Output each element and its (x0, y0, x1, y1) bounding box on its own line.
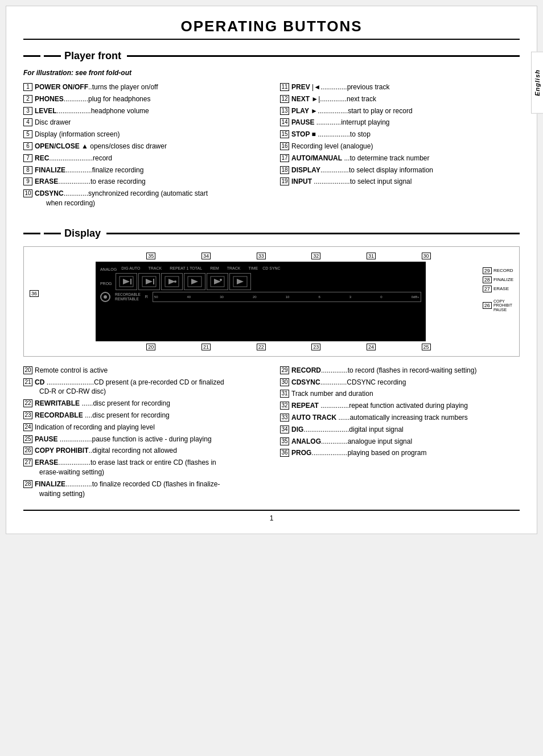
disc-circle (100, 292, 110, 302)
disp-icon-4 (184, 273, 205, 290)
list-item: 30 CDSYNC..............CDSYNC recording (280, 378, 520, 387)
item-number: 4 (23, 118, 32, 126)
item-number: 18 (280, 166, 289, 174)
right-labels: 29 RECORD 28 FINALIZE 27 ERASE 26 COPYPR… (483, 267, 513, 312)
item-text: ERASE.................to erase last trac… (35, 458, 263, 477)
item-number: 8 (23, 166, 32, 174)
list-item: 35 ANALOG..............analogue input si… (280, 437, 520, 447)
label-24: 24 (367, 344, 376, 350)
level-bar: 50 40 30 20 10 6 3 0 0dB+ (153, 292, 421, 302)
item-text: POWER ON/OFF..turns the player on/off (35, 82, 263, 92)
tick-20: 20 (253, 295, 257, 299)
track-label: TRACK (148, 266, 162, 270)
list-item: 23 RECORDABLE ....disc present for recor… (23, 411, 263, 420)
top-labels: 35 34 33 32 31 30 (124, 253, 454, 259)
list-item: 26 COPY PROHIBIT..digital recording not … (23, 446, 263, 456)
label-30: 30 (422, 253, 431, 259)
item-number: 13 (280, 107, 289, 115)
list-item: 3 LEVEL..................headphone volum… (23, 106, 263, 116)
illustration-note: For illustration: see front fold-out (23, 69, 520, 77)
list-item: 24 Indication of recording and playing l… (23, 423, 263, 432)
display-items-columns: 20 Remote control is active 21 CD ......… (23, 366, 520, 501)
item-text: FINALIZE..............finalize recording (35, 166, 263, 175)
tick-0: 0 (380, 295, 382, 299)
right-label-27: 27 ERASE (483, 286, 513, 292)
list-item: 13 PLAY ►................start to play o… (280, 106, 520, 116)
list-item: 27 ERASE.................to erase last t… (23, 458, 263, 477)
label-29: 29 (483, 267, 492, 274)
player-front-right-col: 11 PREV |◄..............previous track 1… (280, 82, 520, 210)
analog-label: ANALOG (100, 267, 117, 271)
item-text: DIG........................digital input… (291, 425, 520, 435)
item-number: 30 (280, 378, 289, 386)
item-text: REC.......................record (35, 154, 263, 163)
label-20: 20 (146, 344, 155, 350)
item-number: 3 (23, 107, 32, 115)
item-text: PREV |◄..............previous track (291, 82, 520, 92)
item-text: Indication of recording and playing leve… (35, 423, 263, 432)
top-labels-row: 35 34 33 32 31 30 (30, 253, 513, 259)
list-item: 28 FINALIZE..............to finalize rec… (23, 480, 263, 499)
list-item: 10 CDSYNC.............synchronized recor… (23, 189, 263, 208)
item-number: 11 (280, 83, 289, 91)
bottom-labels-row: 20 21 22 23 24 25 (30, 344, 513, 350)
item-number: 5 (23, 130, 32, 138)
page-title: OPERATING BUTTONS (23, 18, 520, 40)
item-number: 21 (23, 378, 32, 386)
finalize-screen-label: FINALIZE (493, 278, 513, 282)
recordable-label: RECORDABLE (115, 292, 141, 296)
disp-icon-1 (116, 273, 137, 290)
dig-label: DIG AUTO (121, 266, 140, 270)
list-item: 36 PROG...................playing based … (280, 448, 520, 458)
list-item: 17 AUTO/MANUAL ...to determine track num… (280, 154, 520, 163)
display-items-left: 20 Remote control is active 21 CD ......… (23, 366, 263, 501)
item-number: 12 (280, 95, 289, 103)
english-tab: English (531, 52, 543, 114)
item-number: 25 (23, 435, 32, 443)
item-number: 20 (23, 366, 32, 374)
list-item: 25 PAUSE .................pause function… (23, 435, 263, 444)
list-item: 1 POWER ON/OFF..turns the player on/off (23, 82, 263, 92)
item-text: PLAY ►................start to play or r… (291, 106, 520, 116)
record-screen-label: RECORD (493, 268, 513, 273)
item-number: 27 (23, 458, 32, 466)
tick-0db: 0dB+ (412, 295, 419, 299)
display-header: Display (23, 228, 520, 239)
page: OPERATING BUTTONS English Player front F… (6, 6, 537, 534)
item-number: 17 (280, 154, 289, 162)
label-33: 33 (257, 253, 266, 259)
rec-type-labels: RECORDABLE REWRITABLE (115, 292, 141, 301)
item-number: 6 (23, 142, 32, 150)
screen-bottom-row: RECORDABLE REWRITABLE R 50 40 30 20 10 (100, 292, 421, 302)
label-35: 35 (146, 253, 155, 259)
item-text: INPUT ...................to select input… (291, 177, 520, 187)
label-36: 36 (30, 290, 39, 297)
time-label: TIME (248, 266, 258, 270)
item-text: REPEAT ...............repeat function ac… (291, 401, 520, 411)
list-item: 18 DISPLAY...............to select displ… (280, 166, 520, 175)
list-item: 20 Remote control is active (23, 366, 263, 375)
item-text: AUTO/MANUAL ...to determine track number (291, 154, 520, 163)
item-number: 16 (280, 142, 289, 150)
item-text: Track number and duration (291, 389, 520, 399)
item-number: 2 (23, 95, 32, 103)
prog-label: PROG (100, 282, 112, 286)
item-text: COPY PROHIBIT..digital recording not all… (35, 446, 263, 456)
tick-30: 30 (220, 295, 224, 299)
item-number: 34 (280, 425, 289, 433)
item-number: 33 (280, 414, 289, 422)
rewritable-label: REWRITABLE (115, 297, 141, 301)
right-label-26: 26 COPYPROHIBITPAUSE (483, 299, 513, 312)
display-items-right: 29 RECORD..............to record (flashe… (280, 366, 520, 501)
item-number: 10 (23, 189, 32, 197)
label-34: 34 (201, 253, 211, 259)
disc-outer (100, 292, 110, 302)
item-text: FINALIZE..............to finalize record… (35, 480, 263, 499)
display-title: Display (64, 228, 101, 239)
item-text: RECORD..............to record (flashes i… (291, 366, 520, 375)
item-text: NEXT ►|..............next track (291, 94, 520, 104)
svg-marker-10 (191, 279, 198, 284)
label-26: 26 (483, 302, 492, 309)
item-number: 36 (280, 449, 289, 457)
item-text: OPEN/CLOSE ▲ opens/closes disc drawer (35, 142, 263, 151)
